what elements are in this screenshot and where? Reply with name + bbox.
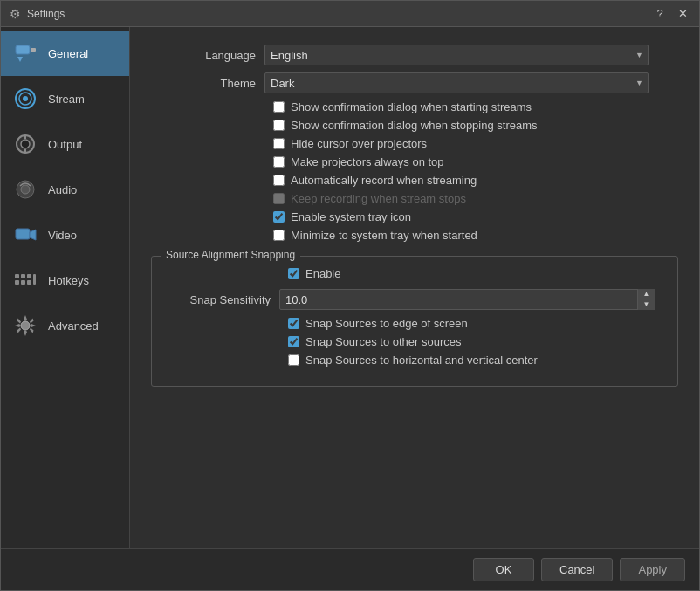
svg-point-21 xyxy=(21,321,30,330)
snap-sensitivity-label: Snap Sensitivity xyxy=(166,293,279,306)
sidebar-label-advanced: Advanced xyxy=(48,320,99,333)
hide-cursor-label: Hide cursor over projectors xyxy=(291,137,427,150)
svg-rect-18 xyxy=(21,280,25,285)
language-label: Language xyxy=(151,49,264,62)
settings-window: ⚙ Settings ? ✕ General xyxy=(0,0,700,591)
close-button[interactable]: ✕ xyxy=(673,4,692,24)
help-button[interactable]: ? xyxy=(650,4,669,24)
cancel-button[interactable]: Cancel xyxy=(541,558,613,581)
sidebar: General Stream xyxy=(1,27,130,548)
language-select-wrapper: English xyxy=(264,45,649,65)
sidebar-item-output[interactable]: Output xyxy=(1,121,129,167)
confirm-start-label: Show confirmation dialog when starting s… xyxy=(291,100,532,113)
svg-rect-2 xyxy=(31,48,36,52)
sidebar-label-audio: Audio xyxy=(48,183,77,196)
language-row: Language English xyxy=(151,45,678,65)
language-control: English xyxy=(264,45,649,65)
video-icon xyxy=(11,221,39,249)
always-on-top-label: Make projectors always on top xyxy=(291,155,444,168)
sidebar-item-video[interactable]: Video xyxy=(1,212,129,258)
snap-group: Source Alignment Snapping Enable Snap Se… xyxy=(151,256,678,387)
sys-tray-checkbox[interactable] xyxy=(273,211,285,223)
ok-button[interactable]: OK xyxy=(473,558,534,581)
sidebar-item-stream[interactable]: Stream xyxy=(1,76,129,121)
snap-center-row: Snap Sources to horizontal and vertical … xyxy=(288,354,663,367)
sidebar-label-stream: Stream xyxy=(48,93,85,106)
svg-point-7 xyxy=(21,140,30,148)
language-select[interactable]: English xyxy=(264,45,649,65)
confirm-stop-label: Show confirmation dialog when stopping s… xyxy=(291,119,538,132)
snap-other-label: Snap Sources to other sources xyxy=(305,335,462,348)
apply-button[interactable]: Apply xyxy=(620,558,685,581)
auto-record-checkbox[interactable] xyxy=(273,175,285,186)
general-icon xyxy=(11,39,39,67)
confirm-start-checkbox[interactable] xyxy=(273,101,285,113)
theme-control: Dark xyxy=(264,72,649,93)
sidebar-item-advanced[interactable]: Advanced xyxy=(1,303,129,348)
snap-edge-row: Snap Sources to edge of screen xyxy=(288,317,663,330)
spinbox-down-arrow[interactable]: ▼ xyxy=(638,299,655,310)
sys-tray-label: Enable system tray icon xyxy=(291,210,411,223)
snap-sensitivity-control: ▲ ▼ xyxy=(279,289,655,310)
checkbox-keep-recording: Keep recording when stream stops xyxy=(273,192,678,205)
theme-select-wrapper: Dark xyxy=(264,72,649,93)
snap-other-checkbox[interactable] xyxy=(288,336,299,347)
svg-rect-0 xyxy=(16,45,30,54)
snap-enable-checkbox[interactable] xyxy=(288,268,299,279)
keep-recording-label: Keep recording when stream stops xyxy=(291,192,466,205)
confirm-stop-checkbox[interactable] xyxy=(273,120,285,131)
minimize-tray-label: Minimize to system tray when started xyxy=(291,229,477,242)
theme-select[interactable]: Dark xyxy=(264,72,649,93)
spinbox-up-arrow[interactable]: ▲ xyxy=(638,289,655,299)
svg-rect-12 xyxy=(16,229,30,239)
checkbox-always-on-top: Make projectors always on top xyxy=(273,155,678,168)
snap-center-label: Snap Sources to horizontal and vertical … xyxy=(305,354,538,367)
sidebar-item-audio[interactable]: Audio xyxy=(1,167,129,212)
svg-rect-19 xyxy=(27,280,31,285)
checkbox-confirm-start: Show confirmation dialog when starting s… xyxy=(273,100,678,113)
spinbox-arrows: ▲ ▼ xyxy=(637,289,655,310)
minimize-tray-checkbox[interactable] xyxy=(273,230,285,241)
snap-edge-label: Snap Sources to edge of screen xyxy=(305,317,468,330)
always-on-top-checkbox[interactable] xyxy=(273,156,285,168)
snap-enable-row: Enable xyxy=(288,267,663,280)
svg-point-11 xyxy=(21,185,30,194)
sidebar-label-output: Output xyxy=(48,138,82,151)
main-panel: Language English Theme Dark xyxy=(130,27,699,548)
snap-sensitivity-row: Snap Sensitivity ▲ ▼ xyxy=(166,289,663,310)
auto-record-label: Automatically record when streaming xyxy=(291,174,477,187)
content-area: General Stream xyxy=(1,27,699,548)
snap-sensitivity-input[interactable] xyxy=(279,289,655,310)
snap-center-checkbox[interactable] xyxy=(288,354,299,366)
svg-marker-1 xyxy=(17,57,23,62)
titlebar: ⚙ Settings ? ✕ xyxy=(1,1,699,27)
checkbox-minimize-tray: Minimize to system tray when started xyxy=(273,229,678,242)
snap-edge-checkbox[interactable] xyxy=(288,318,299,329)
sidebar-label-hotkeys: Hotkeys xyxy=(48,274,89,287)
advanced-icon xyxy=(11,312,39,340)
svg-rect-16 xyxy=(27,274,31,278)
footer: OK Cancel Apply xyxy=(1,548,699,590)
svg-rect-15 xyxy=(21,274,25,278)
checkbox-auto-record: Automatically record when streaming xyxy=(273,174,678,187)
svg-rect-17 xyxy=(15,280,19,285)
hotkeys-icon xyxy=(11,266,39,294)
sidebar-item-hotkeys[interactable]: Hotkeys xyxy=(1,258,129,303)
checkbox-hide-cursor: Hide cursor over projectors xyxy=(273,137,678,150)
audio-icon xyxy=(11,175,39,203)
checkbox-sys-tray: Enable system tray icon xyxy=(273,210,678,223)
svg-marker-13 xyxy=(30,230,36,240)
sidebar-item-general[interactable]: General xyxy=(1,31,129,76)
output-icon xyxy=(11,130,39,158)
hide-cursor-checkbox[interactable] xyxy=(273,138,285,149)
checkbox-confirm-stop: Show confirmation dialog when stopping s… xyxy=(273,119,678,132)
snap-group-title: Source Alignment Snapping xyxy=(161,249,300,261)
svg-rect-20 xyxy=(33,274,36,285)
svg-rect-14 xyxy=(15,274,19,278)
keep-recording-checkbox[interactable] xyxy=(273,193,285,204)
app-icon: ⚙ xyxy=(8,7,22,21)
titlebar-buttons: ? ✕ xyxy=(650,4,692,24)
snap-other-row: Snap Sources to other sources xyxy=(288,335,663,348)
sidebar-label-video: Video xyxy=(48,229,77,242)
sidebar-label-general: General xyxy=(48,47,88,60)
